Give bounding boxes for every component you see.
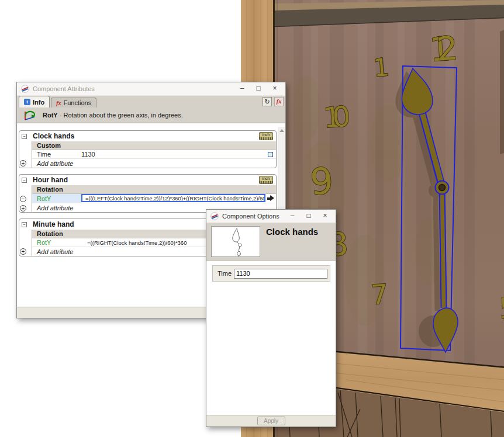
attribute-card-clock-hands: − Clock hands inch Custom Time 1130 Add …	[19, 130, 277, 168]
component-name: Clock hands	[266, 227, 318, 237]
expand-formula-icon[interactable]	[267, 195, 274, 202]
co-bottombar: Apply	[206, 415, 336, 426]
attribute-description-name: RotY	[43, 112, 58, 119]
minimize-icon[interactable]: –	[284, 211, 301, 221]
card-header[interactable]: − Hour hand inch	[19, 175, 276, 185]
card-header[interactable]: − Clock hands inch	[19, 131, 276, 141]
tab-functions-label: Functions	[64, 99, 92, 106]
add-attribute-row[interactable]: Add attribute	[32, 159, 276, 168]
time-field-row: Time	[212, 265, 330, 282]
units-badge[interactable]: inch	[259, 176, 273, 184]
hand-hub[interactable]	[436, 181, 449, 195]
scroll-up-icon[interactable]	[279, 129, 284, 132]
collapse-icon[interactable]: −	[22, 222, 27, 227]
attribute-name[interactable]: RotY	[32, 239, 81, 246]
units-badge[interactable]: inch	[259, 132, 273, 140]
add-attribute-label: Add attribute	[37, 248, 73, 255]
ruler-icon	[260, 137, 272, 140]
apply-button[interactable]: Apply	[257, 417, 285, 425]
card-title: Clock hands	[33, 132, 74, 140]
minimize-icon[interactable]: –	[234, 84, 250, 94]
attribute-card-hour-hand: − Hour hand inch Rotation RotY =(((LEFT(…	[19, 174, 277, 213]
maximize-icon[interactable]: □	[301, 211, 317, 221]
collapse-icon[interactable]: −	[22, 178, 27, 183]
refresh-icon[interactable]: ↻	[263, 97, 272, 106]
add-attribute-label: Add attribute	[37, 204, 73, 211]
tab-functions[interactable]: fx Functions	[51, 98, 96, 107]
sketchup-logo-icon	[21, 85, 29, 93]
card-title: Minute hand	[33, 220, 74, 228]
attribute-group-label: Rotation	[32, 185, 276, 194]
attribute-row-roty[interactable]: RotY =(((LEFT(Clock hands!Time,2))/12)*3…	[32, 194, 276, 203]
component-options-window: Component Options – □ × Clock hands	[206, 209, 336, 427]
add-attribute-icon[interactable]: +	[20, 248, 26, 255]
toggle-formula-view-icon[interactable]: fx	[274, 97, 284, 106]
maximize-icon[interactable]: □	[250, 84, 267, 94]
window-title: Component Options	[222, 213, 284, 220]
attribute-name[interactable]: Time	[32, 151, 81, 158]
attribute-description: RotY - Rotation about the green axis, in…	[43, 112, 183, 119]
attribute-group-label: Custom	[32, 141, 276, 150]
info-icon: i	[24, 99, 30, 105]
close-icon[interactable]: ×	[267, 84, 283, 94]
component-thumbnail	[211, 226, 260, 257]
sketchup-logo-icon	[210, 212, 219, 220]
formula-input[interactable]: =(((LEFT(Clock hands!Time,2))/12)*360)+(…	[81, 194, 265, 202]
ca-infobar: RotY - Rotation about the green axis, in…	[17, 107, 285, 123]
ca-tabbar: i Info fx Functions ↻ fx	[17, 95, 285, 107]
tab-info-label: Info	[33, 99, 44, 106]
card-title: Hour hand	[33, 176, 68, 184]
clock-hands-sketch-icon	[212, 227, 260, 256]
units-label: inch	[260, 133, 272, 137]
attribute-description-text: - Rotation about the green axis, in degr…	[60, 112, 183, 119]
units-label: inch	[260, 176, 272, 181]
numeral-9: 9	[309, 159, 334, 204]
time-input[interactable]	[234, 269, 327, 279]
ca-titlebar[interactable]: Component Attributes – □ ×	[17, 82, 285, 95]
attribute-row-time[interactable]: Time 1130	[32, 150, 276, 159]
add-attribute-icon[interactable]: +	[20, 160, 26, 167]
co-header: Clock hands	[206, 223, 336, 261]
close-icon[interactable]: ×	[317, 211, 333, 221]
numeral-12: 12	[429, 29, 459, 68]
collapse-icon[interactable]: −	[22, 134, 27, 139]
add-attribute-label: Add attribute	[37, 160, 73, 167]
numeral-10: 10	[322, 99, 351, 134]
numeral-11: 11	[372, 53, 391, 82]
attribute-value[interactable]: 1130	[81, 151, 276, 158]
numeral-7: 7	[370, 278, 389, 310]
attribute-name[interactable]: RotY	[32, 194, 81, 203]
attribute-options-icon[interactable]	[268, 152, 273, 157]
time-field-label: Time	[218, 270, 234, 277]
ruler-icon	[260, 181, 272, 183]
window-title: Component Attributes	[33, 85, 234, 92]
remove-attribute-icon[interactable]: −	[20, 196, 26, 202]
roty-axis-icon	[22, 109, 37, 122]
co-titlebar[interactable]: Component Options – □ ×	[206, 210, 336, 223]
add-attribute-icon[interactable]: +	[20, 205, 26, 211]
tab-info[interactable]: i Info	[19, 96, 50, 107]
co-body: Time	[206, 261, 336, 415]
functions-icon: fx	[56, 100, 61, 106]
